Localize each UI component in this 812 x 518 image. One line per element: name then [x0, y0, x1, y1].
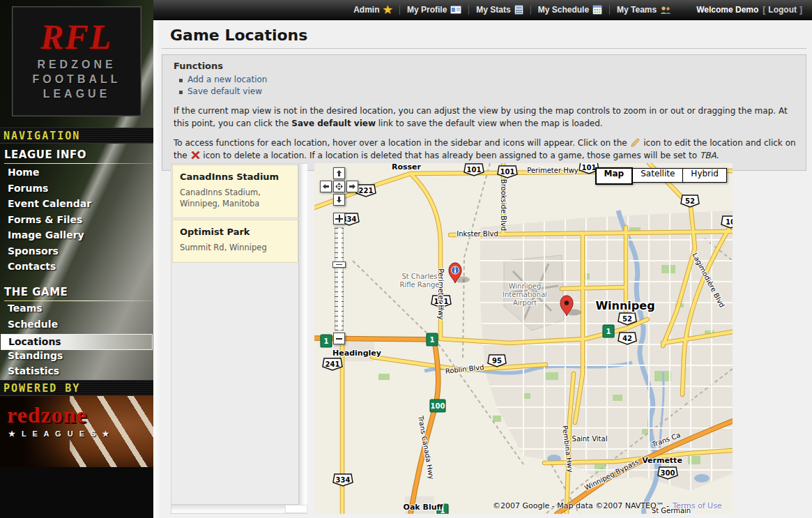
content-area: Game Locations Functions Add a new locat…	[153, 20, 812, 518]
label-brookside: Brookside Blvd	[500, 179, 507, 231]
svg-text:241: 241	[325, 360, 340, 368]
topbar-my-stats-link[interactable]: My Stats	[468, 5, 530, 15]
tba-italic: TBA	[700, 151, 717, 160]
svg-text:1: 1	[430, 336, 435, 344]
map-svg: 101 101 101 101 221 334 334 52 52 42 95 …	[314, 163, 733, 514]
zoom-slider-thumb[interactable]	[332, 261, 346, 268]
arrow-down-icon	[335, 196, 343, 204]
zoom-out-button[interactable]	[333, 333, 345, 344]
sidebar-item-statistics[interactable]: Statistics	[0, 365, 153, 381]
sidebar-item-home[interactable]: Home	[0, 167, 153, 183]
sidebar-item-sponsors[interactable]: Sponsors	[0, 245, 153, 261]
p2-period: .	[717, 151, 719, 160]
edit-pencil-icon	[630, 138, 640, 147]
section-the-game: THE GAME	[0, 286, 153, 301]
plus-icon	[335, 215, 343, 222]
topbar-my-profile-link[interactable]: My Profile	[399, 5, 468, 15]
my-profile-label: My Profile	[407, 5, 447, 15]
section-league-info: LEAGUE INFO	[0, 148, 153, 164]
app-window: RFL REDZONE FOOTBALL LEAGUE NAVIGATION L…	[0, 0, 812, 518]
instructions-paragraph-2: To access functions for each location, h…	[174, 137, 796, 162]
location-card-optimist[interactable]: Optimist Park Summit Rd, Winnipeg	[172, 220, 298, 263]
my-schedule-label: My Schedule	[538, 5, 589, 15]
sidebar-item-standings[interactable]: Standings	[0, 350, 153, 366]
calendar-icon	[592, 5, 602, 15]
topbar-admin-link[interactable]: Admin ★	[346, 5, 399, 15]
svg-text:1: 1	[324, 337, 329, 345]
trans-canada-shield-1: 1	[603, 325, 614, 337]
topbar-my-teams-link[interactable]: My Teams	[609, 5, 678, 15]
map-canvas[interactable]: 101 101 101 101 221 334 334 52 52 42 95 …	[314, 163, 733, 514]
trans-canada-shield-1: 1	[321, 335, 332, 347]
functions-box: Functions Add a new location Save defaul…	[162, 54, 806, 171]
panel-scrollbar-thumb[interactable]	[285, 505, 307, 513]
vcard-icon	[450, 6, 461, 14]
people-icon	[660, 6, 671, 15]
pan-right-button[interactable]	[346, 181, 358, 192]
location-address: Summit Rd, Winnipeg	[180, 243, 291, 254]
topbar-my-schedule-link[interactable]: My Schedule	[530, 5, 609, 15]
zoom-slider-track[interactable]	[335, 227, 344, 330]
pan-down-button[interactable]	[333, 194, 345, 206]
panel-vertical-scrollbar[interactable]	[298, 164, 307, 505]
sidebar-item-schedule[interactable]: Schedule	[0, 319, 153, 335]
label-airport-2: International	[503, 291, 547, 298]
sidebar-item-teams[interactable]: Teams	[0, 303, 153, 319]
svg-text:10: 10	[726, 218, 733, 226]
svg-text:300: 300	[661, 469, 675, 477]
admin-label: Admin	[353, 5, 379, 15]
sidebar-item-image-gallery[interactable]: Image Gallery	[0, 229, 153, 245]
instructions-paragraph-1: If the current map view is not in the de…	[174, 105, 796, 130]
panel-horizontal-scrollbar[interactable]	[171, 504, 299, 513]
functions-link-item: Save default view	[178, 86, 796, 98]
redzone-leagues-label: ★ L E A G U E S ★	[8, 429, 111, 439]
map-type-map-button[interactable]: Map	[595, 167, 634, 185]
label-vermette: Vermette	[642, 456, 682, 465]
marker-dot	[565, 300, 569, 305]
arrow-right-icon	[348, 183, 356, 190]
svg-text:101: 101	[500, 168, 515, 176]
map-type-hybrid-button[interactable]: Hybrid	[682, 168, 727, 183]
location-card-canadinns[interactable]: CanadInns Stadium CanadInns Stadium, Win…	[172, 165, 298, 218]
pan-up-button[interactable]	[333, 167, 345, 179]
sidebar-item-event-calendar[interactable]: Event Calendar	[0, 198, 153, 214]
svg-text:95: 95	[492, 357, 502, 365]
map-type-satellite-button[interactable]: Satellite	[632, 168, 683, 183]
terms-of-use-link[interactable]: Terms of Use	[673, 501, 722, 510]
add-location-link[interactable]: Add a new location	[187, 75, 267, 84]
pan-center-button[interactable]	[333, 181, 345, 192]
sidebar-item-forms-files[interactable]: Forms & Files	[0, 214, 153, 230]
center-view-icon	[335, 183, 343, 190]
p2-text: To access functions for each location, h…	[174, 138, 629, 148]
svg-text:221: 221	[359, 187, 374, 195]
functions-link-item: Add a new location	[178, 74, 796, 86]
label-headingley: Headingley	[332, 349, 381, 358]
label-perimeter-hwy-vertical: Perimeter Hwy	[437, 268, 445, 320]
league-info-menu: Home Forums Event Calendar Forms & Files…	[0, 167, 153, 277]
svg-text:100: 100	[431, 402, 445, 410]
calculator-icon	[514, 5, 523, 15]
functions-heading: Functions	[174, 61, 796, 71]
label-st-charles-1: St Charles	[401, 273, 437, 280]
svg-text:52: 52	[622, 315, 632, 323]
zoom-in-button[interactable]	[333, 213, 345, 224]
welcome-user-label: Welcome Demo	[696, 5, 758, 15]
p2-text-after: icon to delete a location. If a location…	[201, 151, 700, 160]
navigation-band: NAVIGATION	[0, 128, 153, 144]
logout-bracket-left: [	[763, 5, 765, 15]
sidebar-item-contacts[interactable]: Contacts	[0, 261, 153, 277]
save-default-view-link[interactable]: Save default view	[187, 86, 262, 96]
save-default-view-bold: Save default view	[291, 119, 376, 128]
svg-text:101: 101	[467, 166, 482, 174]
the-game-menu: Teams Schedule Locations Standings Stati…	[0, 303, 153, 381]
pan-left-button[interactable]	[320, 181, 332, 192]
sidebar-item-forums[interactable]: Forums	[0, 183, 153, 199]
delete-x-icon	[191, 151, 200, 160]
logout-link[interactable]: Logout	[768, 5, 797, 15]
star-icon: ★	[383, 5, 392, 15]
sidebar-item-locations-selected[interactable]: Locations	[1, 334, 153, 350]
trans-canada-shield-100: 100	[430, 399, 445, 412]
p1-text-end: link to save the default view when the m…	[376, 119, 603, 128]
league-logo-abbr: RFL	[13, 17, 141, 57]
redzone-brand: redzone	[7, 404, 87, 425]
